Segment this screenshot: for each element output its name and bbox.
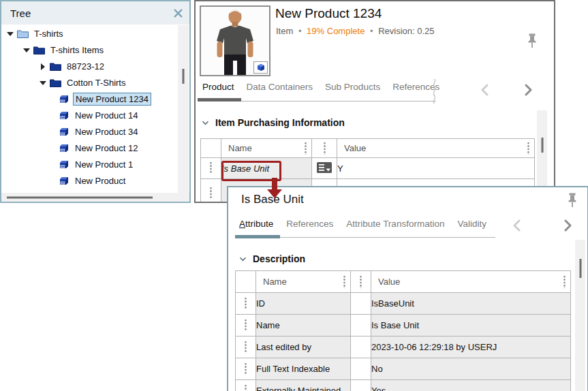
tree-item-label: New Product 12 xyxy=(73,142,140,154)
tree-item-new-product-1[interactable]: New Product 1 xyxy=(1,156,178,172)
expand-arrow-icon[interactable] xyxy=(7,31,13,37)
row-drag-handle[interactable] xyxy=(236,380,256,391)
column-header-blank[interactable] xyxy=(351,271,371,293)
product-subtitle: Item • 19% Complete • Revision: 0.25 xyxy=(276,26,435,36)
row-drag-handle[interactable] xyxy=(201,158,221,179)
drag-handle-dots xyxy=(245,341,247,352)
chevron-right-icon[interactable] xyxy=(524,84,533,96)
pushpin-icon[interactable] xyxy=(527,33,538,51)
row-drag-handle[interactable] xyxy=(236,315,256,337)
table-header-row: Name Value xyxy=(201,139,535,158)
annotation-arrow xyxy=(272,178,277,189)
tab-overflow-squiggle-icon xyxy=(431,79,437,106)
drag-handle-dots xyxy=(245,362,247,374)
drag-handle-dots xyxy=(245,384,247,391)
scrollbar-thumb[interactable] xyxy=(579,259,581,278)
tree-vertical-scrollbar[interactable] xyxy=(178,25,189,193)
row-drag-handle[interactable] xyxy=(236,337,256,358)
tree-item-t-shirts[interactable]: T-shirts xyxy=(1,25,178,42)
property-value-cell: 2023-10-06 12:29:18 by USERJ xyxy=(371,337,571,358)
tree-item-label: New Product 34 xyxy=(73,126,140,138)
popup-vertical-scrollbar[interactable] xyxy=(575,240,585,391)
tab-product[interactable]: Product xyxy=(202,82,234,92)
chevron-left-icon[interactable] xyxy=(512,219,521,232)
tree-item-label: New Product 1 xyxy=(73,159,135,170)
drag-handle-dots[interactable] xyxy=(305,142,307,155)
attribute-popup-window: Is Base Unit Attribute References Attrib… xyxy=(227,186,588,391)
expand-arrow-icon[interactable] xyxy=(40,63,46,69)
tree-item-label: 88723-12 xyxy=(65,61,106,72)
close-icon[interactable] xyxy=(173,8,183,18)
tab-attribute-transformation[interactable]: Attribute Transformation xyxy=(346,219,444,229)
section-description: Description xyxy=(239,253,305,264)
tree-item-label: T-shirts Items xyxy=(48,44,106,56)
active-tab-underline xyxy=(198,98,241,101)
tree-horizontal-scrollbar[interactable] xyxy=(1,193,189,202)
tree-body: T-shirts T-shirts Items 88723-12 xyxy=(1,25,178,193)
collapse-chevron-icon[interactable] xyxy=(202,121,209,125)
tab-attribute[interactable]: Attribute xyxy=(239,219,273,229)
section-title: Description xyxy=(253,253,305,264)
expand-arrow-icon[interactable] xyxy=(40,80,46,86)
drag-handle-dots[interactable] xyxy=(360,275,362,288)
drag-handle-dots xyxy=(210,187,212,198)
revision-label: Revision: 0.25 xyxy=(378,26,434,36)
property-value-cell: Yes xyxy=(371,380,571,391)
expand-arrow-icon[interactable] xyxy=(23,47,29,53)
header-handle-cell xyxy=(201,139,221,158)
header-handle-cell xyxy=(236,271,256,293)
drag-handle-dots[interactable] xyxy=(343,275,345,288)
tab-data-containers[interactable]: Data Containers xyxy=(247,82,313,92)
property-name-cell: ID xyxy=(256,293,351,315)
bullet-separator: • xyxy=(370,26,373,36)
tree-item-new-product-1234[interactable]: New Product 1234 xyxy=(1,91,178,107)
tree-item-new-product-14[interactable]: New Product 14 xyxy=(1,107,178,123)
column-header-name[interactable]: Name xyxy=(221,139,312,158)
annotation-arrow-head xyxy=(267,189,282,198)
column-header-icon[interactable] xyxy=(312,139,337,158)
tree-item-cotton-t-shirts[interactable]: Cotton T-Shirts xyxy=(1,74,178,91)
main-tab-bar: Product Data Containers Sub Products Ref… xyxy=(202,82,439,92)
tab-references[interactable]: References xyxy=(286,219,333,229)
row-drag-handle[interactable] xyxy=(236,358,256,380)
column-header-value[interactable]: Value xyxy=(337,139,535,158)
column-header-name[interactable]: Name xyxy=(256,271,351,293)
drag-handle-dots[interactable] xyxy=(563,275,566,288)
table-row-full-text-indexable: Full Text Indexable No xyxy=(236,358,571,380)
chevron-left-icon[interactable] xyxy=(480,84,489,96)
tree-item-t-shirts-items[interactable]: T-shirts Items xyxy=(1,42,178,58)
table-row-id: ID IsBaseUnit xyxy=(236,293,571,315)
popup-tab-bar: Attribute References Attribute Transform… xyxy=(239,219,486,229)
chevron-right-icon[interactable] xyxy=(563,219,572,232)
scrollbar-thumb[interactable] xyxy=(7,196,153,198)
row-drag-handle[interactable] xyxy=(236,293,256,315)
row-drag-handle[interactable] xyxy=(201,179,221,204)
product-icon xyxy=(59,176,69,185)
product-title: New Product 1234 xyxy=(275,6,382,21)
tree-item-new-product-12[interactable]: New Product 12 xyxy=(1,140,178,156)
tab-validity[interactable]: Validity xyxy=(457,219,486,229)
tree-panel-title: Tree xyxy=(10,7,31,19)
collapse-chevron-icon[interactable] xyxy=(239,257,247,262)
multi-value-cell[interactable] xyxy=(312,158,337,179)
property-name-cell: Name xyxy=(256,315,351,337)
tree-item-new-product-34[interactable]: New Product 34 xyxy=(1,123,178,140)
tab-sub-products[interactable]: Sub Products xyxy=(325,82,380,92)
column-header-value[interactable]: Value xyxy=(371,271,571,293)
folder-icon xyxy=(50,78,61,87)
tree-item-88723-12[interactable]: 88723-12 xyxy=(1,58,178,74)
active-tab-underline xyxy=(235,235,280,238)
product-image[interactable] xyxy=(200,5,270,76)
attribute-value-cell[interactable]: Y xyxy=(337,158,535,179)
scrollbar-thumb[interactable] xyxy=(541,138,543,153)
product-icon xyxy=(59,160,69,169)
pushpin-icon[interactable] xyxy=(567,193,578,210)
table-row-externally-maintained: Externally Maintained Yes xyxy=(236,380,571,391)
property-value-cell: Is Base Unit xyxy=(371,315,571,337)
table-header-row: Name Value xyxy=(236,271,571,293)
drag-handle-dots[interactable] xyxy=(324,142,326,155)
drag-handle-dots[interactable] xyxy=(527,142,529,155)
section-title: Item Purchasing Information xyxy=(215,117,345,128)
scrollbar-thumb[interactable] xyxy=(183,69,185,84)
tree-item-new-product[interactable]: New Product xyxy=(1,172,178,189)
